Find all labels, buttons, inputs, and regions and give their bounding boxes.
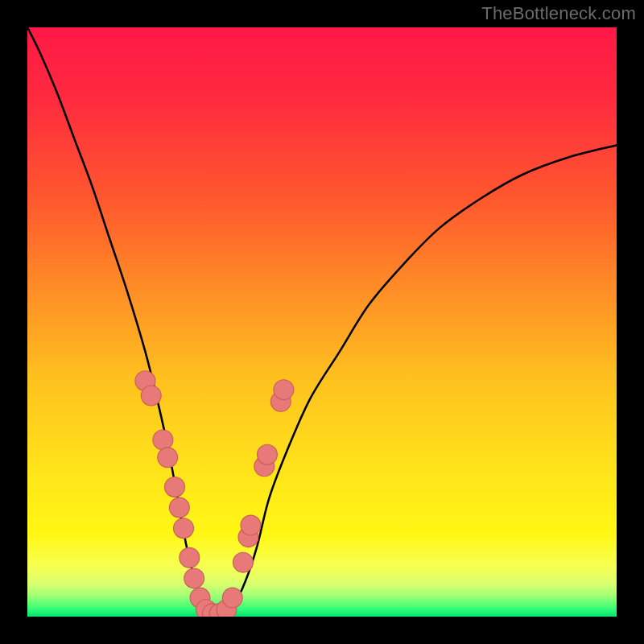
curve-marker xyxy=(165,477,185,497)
plot-svg xyxy=(27,27,617,617)
curve-marker xyxy=(158,448,178,468)
bottleneck-curve xyxy=(27,27,617,615)
curve-marker xyxy=(184,568,204,588)
chart-stage: TheBottleneck.com xyxy=(0,0,644,644)
curve-marker xyxy=(222,588,242,608)
plot-area xyxy=(27,27,617,617)
curve-marker xyxy=(174,518,194,539)
curve-marker xyxy=(241,515,261,535)
curve-marker xyxy=(141,386,161,406)
curve-marker xyxy=(169,497,189,518)
curve-marker xyxy=(180,547,200,568)
attribution-label: TheBottleneck.com xyxy=(481,3,636,24)
curve-marker xyxy=(274,380,294,400)
curve-marker xyxy=(257,444,277,464)
curve-marker xyxy=(233,552,253,572)
curve-marker xyxy=(153,430,173,450)
